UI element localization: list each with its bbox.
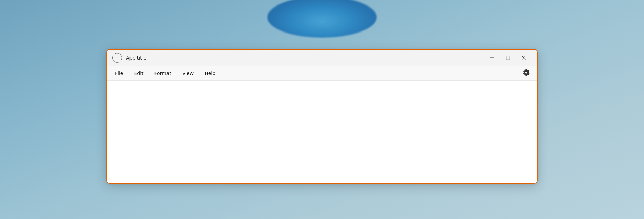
maximize-button[interactable] — [500, 52, 516, 63]
menu-bar: File Edit Format View Help — [107, 66, 537, 80]
gear-icon — [523, 69, 530, 76]
menu-item-help[interactable]: Help — [199, 68, 221, 78]
content-area — [107, 80, 537, 183]
menu-items: File Edit Format View Help — [110, 68, 521, 78]
window-controls — [484, 52, 532, 63]
svg-rect-1 — [506, 56, 510, 60]
menu-item-view[interactable]: View — [177, 68, 199, 78]
minimize-icon — [490, 56, 494, 60]
title-bar: App title — [107, 50, 537, 66]
window-container: App title — [106, 49, 538, 184]
app-title: App title — [126, 55, 484, 61]
menu-item-format[interactable]: Format — [149, 68, 177, 78]
close-icon — [522, 56, 526, 60]
menu-item-file[interactable]: File — [110, 68, 128, 78]
maximize-icon — [506, 56, 510, 60]
minimize-button[interactable] — [484, 52, 500, 63]
app-icon — [112, 53, 122, 63]
app-window: App title — [106, 49, 538, 184]
close-button[interactable] — [516, 52, 532, 63]
menu-item-edit[interactable]: Edit — [128, 68, 149, 78]
settings-button[interactable] — [521, 67, 532, 79]
